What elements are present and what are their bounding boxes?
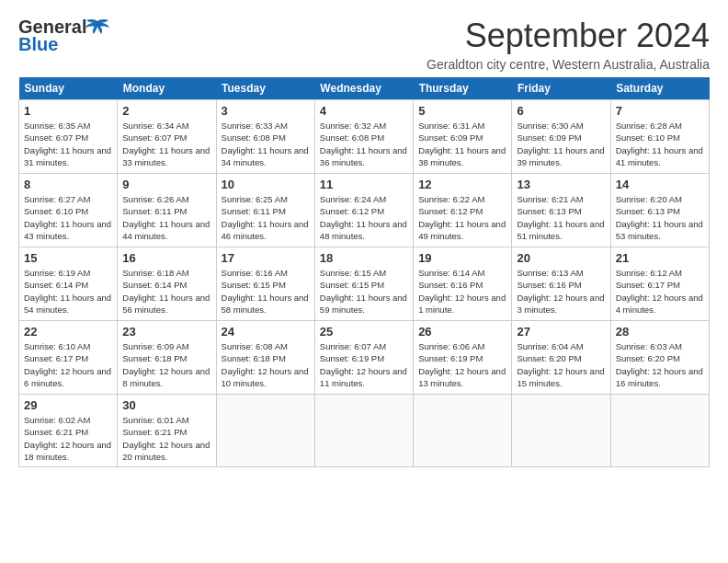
table-row: 17Sunrise: 6:16 AM Sunset: 6:15 PM Dayli… (216, 247, 314, 321)
col-sunday: Sunday (19, 77, 118, 100)
table-row: 12Sunrise: 6:22 AM Sunset: 6:12 PM Dayli… (414, 174, 512, 247)
table-row: 9Sunrise: 6:26 AM Sunset: 6:11 PM Daylig… (118, 174, 216, 247)
table-row: 6Sunrise: 6:30 AM Sunset: 6:09 PM Daylig… (512, 100, 610, 174)
table-row (216, 395, 314, 467)
table-row (414, 395, 512, 467)
table-row: 2Sunrise: 6:34 AM Sunset: 6:07 PM Daylig… (118, 100, 216, 174)
table-row: 23Sunrise: 6:09 AM Sunset: 6:18 PM Dayli… (118, 321, 216, 395)
col-tuesday: Tuesday (216, 77, 314, 100)
logo: General Blue (18, 17, 110, 55)
table-row: 30Sunrise: 6:01 AM Sunset: 6:21 PM Dayli… (118, 395, 216, 467)
calendar-title: September 2024 (427, 17, 710, 55)
table-row: 27Sunrise: 6:04 AM Sunset: 6:20 PM Dayli… (512, 321, 610, 395)
table-row (610, 395, 709, 467)
header: General Blue September 2024 Geraldton ci… (18, 17, 710, 72)
table-row: 29Sunrise: 6:02 AM Sunset: 6:21 PM Dayli… (19, 395, 118, 467)
table-row: 15Sunrise: 6:19 AM Sunset: 6:14 PM Dayli… (19, 247, 118, 321)
header-row: Sunday Monday Tuesday Wednesday Thursday… (19, 77, 710, 100)
table-row: 22Sunrise: 6:10 AM Sunset: 6:17 PM Dayli… (19, 321, 118, 395)
col-wednesday: Wednesday (314, 77, 413, 100)
logo-bird-icon (85, 17, 110, 38)
table-row: 19Sunrise: 6:14 AM Sunset: 6:16 PM Dayli… (414, 247, 512, 321)
table-row: 4Sunrise: 6:32 AM Sunset: 6:08 PM Daylig… (314, 100, 413, 174)
table-row: 14Sunrise: 6:20 AM Sunset: 6:13 PM Dayli… (610, 174, 709, 247)
table-row: 25Sunrise: 6:07 AM Sunset: 6:19 PM Dayli… (314, 321, 413, 395)
col-thursday: Thursday (414, 77, 512, 100)
table-row: 8Sunrise: 6:27 AM Sunset: 6:10 PM Daylig… (19, 174, 118, 247)
table-row: 13Sunrise: 6:21 AM Sunset: 6:13 PM Dayli… (512, 174, 610, 247)
calendar-subtitle: Geraldton city centre, Western Australia… (427, 57, 710, 72)
table-row: 3Sunrise: 6:33 AM Sunset: 6:08 PM Daylig… (216, 100, 314, 174)
table-row: 5Sunrise: 6:31 AM Sunset: 6:09 PM Daylig… (414, 100, 512, 174)
table-row: 18Sunrise: 6:15 AM Sunset: 6:15 PM Dayli… (314, 247, 413, 321)
title-area: September 2024 Geraldton city centre, We… (427, 17, 710, 72)
table-row (512, 395, 610, 467)
logo-blue: Blue (18, 34, 58, 55)
table-row: 20Sunrise: 6:13 AM Sunset: 6:16 PM Dayli… (512, 247, 610, 321)
table-row: 21Sunrise: 6:12 AM Sunset: 6:17 PM Dayli… (610, 247, 709, 321)
table-row: 1Sunrise: 6:35 AM Sunset: 6:07 PM Daylig… (19, 100, 118, 174)
table-row: 16Sunrise: 6:18 AM Sunset: 6:14 PM Dayli… (118, 247, 216, 321)
table-row: 10Sunrise: 6:25 AM Sunset: 6:11 PM Dayli… (216, 174, 314, 247)
page: General Blue September 2024 Geraldton ci… (0, 0, 728, 477)
col-saturday: Saturday (610, 77, 709, 100)
table-row: 11Sunrise: 6:24 AM Sunset: 6:12 PM Dayli… (314, 174, 413, 247)
table-row: 26Sunrise: 6:06 AM Sunset: 6:19 PM Dayli… (414, 321, 512, 395)
table-row (314, 395, 413, 467)
table-row: 28Sunrise: 6:03 AM Sunset: 6:20 PM Dayli… (610, 321, 709, 395)
table-row: 7Sunrise: 6:28 AM Sunset: 6:10 PM Daylig… (610, 100, 709, 174)
calendar-table: Sunday Monday Tuesday Wednesday Thursday… (18, 77, 710, 467)
table-row: 24Sunrise: 6:08 AM Sunset: 6:18 PM Dayli… (216, 321, 314, 395)
col-monday: Monday (118, 77, 216, 100)
col-friday: Friday (512, 77, 610, 100)
